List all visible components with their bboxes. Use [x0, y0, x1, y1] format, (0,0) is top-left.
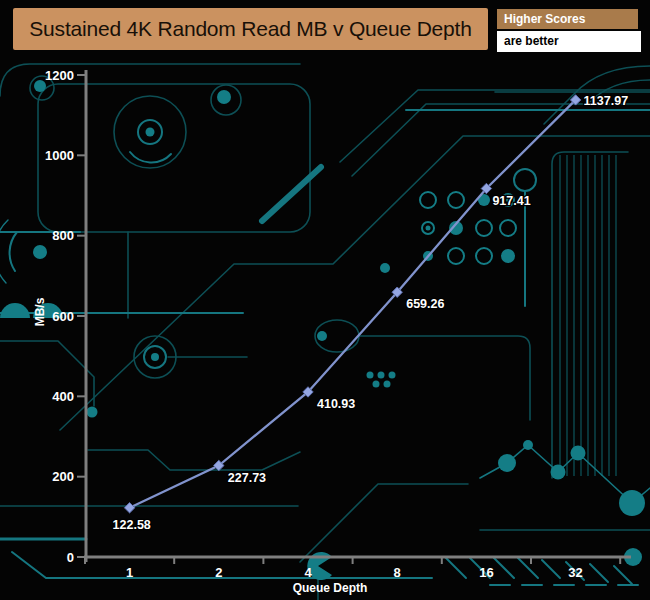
y-tick-label: 800 — [52, 228, 74, 243]
benchmark-chart-screenshot: 02004006008001000120012481632MB/sQueue D… — [0, 0, 650, 600]
line-chart: 02004006008001000120012481632MB/sQueue D… — [0, 0, 650, 600]
data-point-label: 1137.97 — [584, 94, 629, 108]
x-tick-label: 1 — [126, 565, 133, 580]
data-point-label: 227.73 — [228, 471, 266, 485]
y-tick-label: 400 — [52, 389, 74, 404]
x-tick-label: 32 — [568, 565, 582, 580]
legend-higher-scores: Higher Scores — [497, 9, 638, 29]
y-tick-label: 600 — [52, 309, 74, 324]
x-tick-label: 2 — [215, 565, 222, 580]
legend-are-better: are better — [497, 31, 641, 52]
y-tick-label: 200 — [52, 469, 74, 484]
x-tick-label: 8 — [394, 565, 401, 580]
y-tick-label: 1200 — [45, 68, 74, 83]
chart-title: Sustained 4K Random Read MB v Queue Dept… — [29, 17, 471, 41]
x-tick-label: 16 — [479, 565, 493, 580]
data-line — [130, 100, 576, 508]
chart-title-box: Sustained 4K Random Read MB v Queue Dept… — [13, 8, 488, 50]
data-point-label: 917.41 — [492, 194, 530, 208]
data-point-label: 122.58 — [113, 518, 151, 532]
y-axis-title: MB/s — [33, 297, 47, 326]
data-point-label: 410.93 — [317, 397, 355, 411]
x-tick-label: 4 — [304, 565, 312, 580]
y-tick-label: 0 — [67, 550, 74, 565]
y-tick-label: 1000 — [45, 148, 74, 163]
data-point-label: 659.26 — [406, 297, 444, 311]
data-point — [124, 503, 134, 513]
x-axis-title: Queue Depth — [293, 581, 368, 595]
